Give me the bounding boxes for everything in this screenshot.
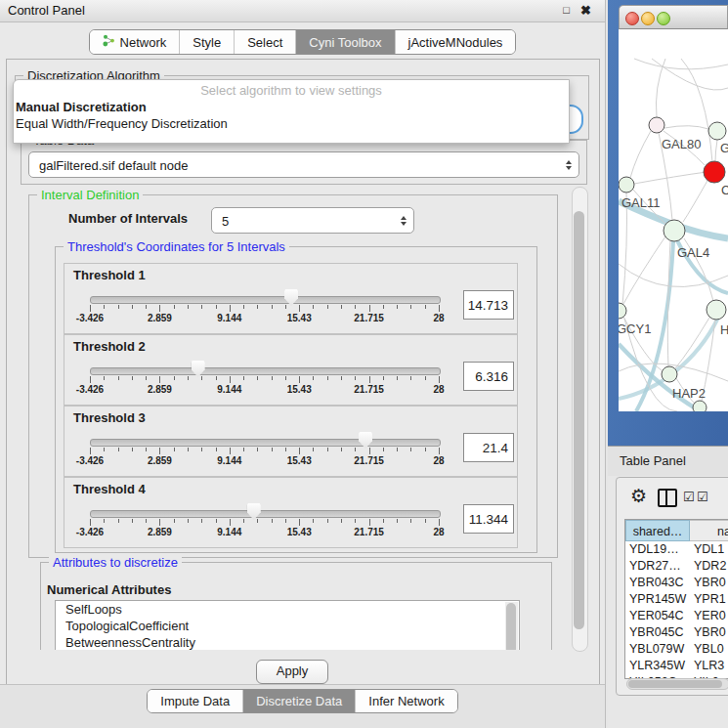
tick-mark bbox=[369, 448, 370, 454]
network-canvas[interactable]: GAL80GACGAL11GAL4GCY1HHAP2 bbox=[619, 29, 728, 411]
panel-vertical-scrollbar[interactable] bbox=[572, 187, 588, 652]
tick-mark bbox=[313, 305, 314, 309]
table-row[interactable]: YDR27…YDR2 bbox=[625, 558, 728, 575]
table-row[interactable]: YER054CYER0 bbox=[625, 608, 728, 624]
list-item[interactable]: TopologicalCoefficient bbox=[56, 618, 519, 634]
network-node-gcy1[interactable] bbox=[619, 303, 626, 319]
tab-jactivemnodules[interactable]: jActiveMNodules bbox=[395, 30, 516, 54]
network-node-gal11[interactable] bbox=[619, 177, 634, 193]
tick-mark bbox=[327, 305, 328, 309]
algorithm-option-equal-width[interactable]: Equal Width/Frequency Discretization bbox=[14, 114, 569, 131]
tick-mark bbox=[327, 448, 328, 451]
mac-close-icon[interactable] bbox=[625, 12, 639, 25]
numerical-attributes-list[interactable]: SelfLoopsTopologicalCoefficientBetweenne… bbox=[55, 600, 520, 650]
table-data-select[interactable]: galFiltered.sif default node bbox=[28, 151, 579, 178]
tick-mark bbox=[90, 305, 91, 312]
tab-select[interactable]: Select bbox=[234, 30, 295, 54]
tick-mark bbox=[425, 376, 426, 380]
tick-mark bbox=[397, 448, 398, 451]
tick-mark bbox=[257, 305, 258, 309]
algorithm-option-manual[interactable]: Manual Discretization bbox=[14, 98, 569, 114]
tick-mark bbox=[174, 305, 175, 309]
table-row[interactable]: YBR045CYBR0 bbox=[625, 624, 728, 641]
close-icon[interactable]: ✖ bbox=[580, 3, 591, 18]
table-row[interactable]: YPR145WYPR1 bbox=[625, 591, 728, 608]
tick-mark bbox=[410, 448, 411, 451]
list-item[interactable]: SelfLoops bbox=[56, 601, 519, 618]
column-header-shared-name[interactable]: shared… bbox=[625, 520, 690, 541]
tick-mark bbox=[355, 376, 356, 380]
cell-name: YBR0 bbox=[694, 575, 728, 591]
network-node-gal4[interactable] bbox=[664, 220, 685, 241]
tab-style[interactable]: Style bbox=[179, 30, 234, 54]
split-columns-icon[interactable] bbox=[658, 489, 677, 507]
tick-label: 15.43 bbox=[278, 313, 321, 323]
slider-track[interactable] bbox=[90, 439, 441, 447]
cell-name: YBR0 bbox=[694, 624, 728, 641]
tab-network[interactable]: Network bbox=[90, 30, 180, 54]
tick-mark bbox=[230, 519, 231, 526]
tick-mark bbox=[383, 305, 384, 309]
cell-shared-name: YLR345W bbox=[629, 658, 690, 674]
control-panel-titlebar: Control Panel □ ✖ bbox=[0, 0, 605, 22]
network-node-label: C bbox=[721, 183, 728, 197]
table-row[interactable]: YLR345WYLR3 bbox=[625, 658, 728, 674]
tick-mark bbox=[369, 305, 370, 312]
checkbox-icon[interactable]: ☑ bbox=[683, 490, 695, 504]
network-node-label: GAL4 bbox=[677, 245, 709, 260]
tick-label: 2.859 bbox=[138, 527, 181, 537]
mac-minimize-icon[interactable] bbox=[641, 12, 655, 25]
tick-mark bbox=[410, 376, 411, 380]
tab-discretize-data[interactable]: Discretize Data bbox=[242, 690, 355, 712]
cell-shared-name: YER054C bbox=[629, 608, 690, 624]
tick-label: 9.144 bbox=[208, 527, 251, 537]
network-node-label: GCY1 bbox=[619, 321, 651, 336]
tick-mark bbox=[355, 305, 356, 309]
float-window-icon[interactable]: □ bbox=[563, 4, 570, 16]
attributes-group-title: Attributes to discretize bbox=[49, 555, 182, 570]
tick-label: 2.859 bbox=[138, 313, 181, 323]
numerical-attributes-label: Numerical Attributes bbox=[47, 582, 171, 597]
column-header-name[interactable]: na bbox=[690, 520, 728, 541]
network-node-ga[interactable] bbox=[708, 122, 726, 140]
threshold-value-field[interactable]: 14.713 bbox=[463, 290, 514, 320]
tick-mark bbox=[299, 305, 300, 312]
table-row[interactable]: YBL079WYBL0 bbox=[625, 641, 728, 658]
apply-button[interactable]: Apply bbox=[256, 660, 328, 684]
bottom-tab-band: Impute DataDiscretize DataInfer Network bbox=[0, 684, 605, 728]
threshold-value-field[interactable]: 11.344 bbox=[463, 504, 514, 534]
checkbox-icon[interactable]: ☑ bbox=[697, 490, 708, 504]
list-item[interactable]: BetweennessCentrality bbox=[56, 634, 519, 650]
network-node-h[interactable] bbox=[707, 300, 726, 320]
tab-infer-network[interactable]: Infer Network bbox=[355, 690, 456, 712]
tick-mark bbox=[425, 305, 426, 309]
tab-cyni-toolbox[interactable]: Cyni Toolbox bbox=[295, 30, 394, 54]
interval-definition-group: Interval Definition Number of Intervals … bbox=[28, 194, 558, 558]
network-node-c[interactable] bbox=[704, 161, 725, 183]
threshold-value-field[interactable]: 6.316 bbox=[463, 362, 514, 391]
network-node-label: GA bbox=[720, 141, 728, 155]
attributes-scrollbar[interactable] bbox=[505, 602, 518, 650]
table-horizontal-scrollbar[interactable] bbox=[626, 678, 728, 690]
network-node-hap2[interactable] bbox=[662, 366, 677, 382]
tick-mark bbox=[201, 376, 202, 380]
tick-mark bbox=[159, 519, 160, 526]
tab-label: Discretize Data bbox=[256, 694, 342, 708]
threshold-value-field[interactable]: 21.4 bbox=[463, 433, 514, 462]
algorithm-placeholder-option[interactable]: Select algorithm to view settings bbox=[14, 80, 569, 98]
mac-zoom-icon[interactable] bbox=[657, 12, 670, 25]
slider-track[interactable] bbox=[90, 367, 441, 375]
tick-label: 28 bbox=[417, 455, 460, 466]
tab-impute-data[interactable]: Impute Data bbox=[148, 690, 242, 712]
interval-definition-title: Interval Definition bbox=[37, 188, 143, 202]
slider-track[interactable] bbox=[90, 296, 441, 304]
network-node-gal80[interactable] bbox=[649, 117, 664, 133]
table-row[interactable]: YDL19…YDL1 bbox=[625, 541, 728, 558]
network-node[interactable] bbox=[693, 401, 707, 411]
number-of-intervals-select[interactable]: 5 bbox=[211, 207, 414, 234]
slider-track[interactable] bbox=[90, 510, 441, 518]
network-window-titlebar bbox=[619, 5, 728, 29]
table-row[interactable]: YBR043CYBR0 bbox=[625, 575, 728, 591]
tick-mark bbox=[285, 448, 286, 451]
gear-icon[interactable]: ⚙ bbox=[630, 485, 647, 507]
